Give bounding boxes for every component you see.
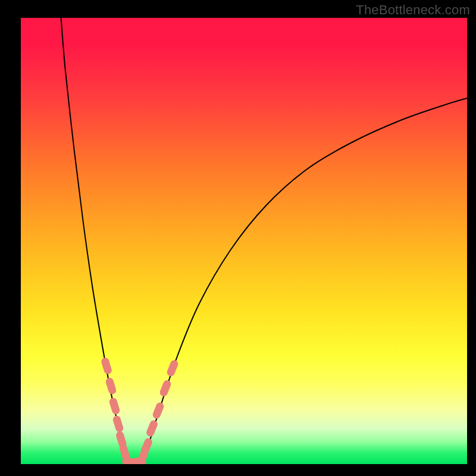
bead xyxy=(145,419,159,438)
plot-area xyxy=(21,18,467,464)
bead xyxy=(159,379,173,397)
curve-right-branch xyxy=(142,98,468,464)
bead-cluster xyxy=(101,357,180,464)
bead xyxy=(101,357,113,375)
bead xyxy=(166,359,180,377)
bead xyxy=(112,415,124,433)
curve-left-branch xyxy=(61,18,129,464)
outer-frame: TheBottleneck.com xyxy=(0,0,476,476)
chart-svg xyxy=(21,18,467,464)
bead xyxy=(108,397,121,415)
bead xyxy=(140,437,154,456)
watermark-text: TheBottleneck.com xyxy=(356,2,470,18)
bead xyxy=(105,377,117,395)
bead xyxy=(152,402,165,420)
